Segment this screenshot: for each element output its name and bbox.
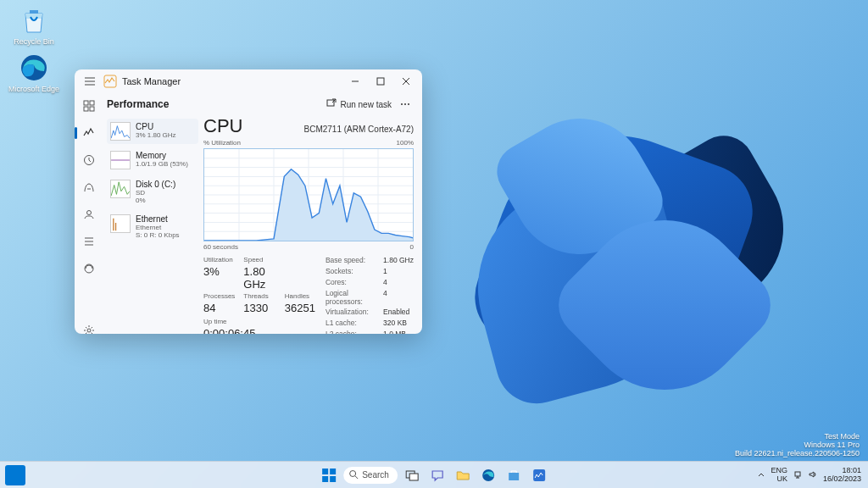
perf-item-disk[interactable]: Disk 0 (C:)SD0% bbox=[107, 176, 198, 208]
stat-value-speed: 1.80 GHz bbox=[243, 265, 275, 291]
desktop-icon-edge[interactable]: Microsoft Edge bbox=[5, 53, 63, 93]
close-button[interactable] bbox=[393, 69, 419, 93]
svg-point-14 bbox=[404, 103, 406, 105]
stat-label: Utilization bbox=[203, 256, 235, 263]
cpu-utilization-chart bbox=[203, 148, 414, 241]
task-manager-window: Task Manager Performance Run new task bbox=[75, 69, 422, 334]
detail-title: CPU bbox=[203, 115, 242, 137]
perf-item-cpu[interactable]: CPU3% 1.80 GHz bbox=[107, 119, 198, 144]
stat-label: Processes bbox=[203, 292, 235, 300]
info-key: Virtualization: bbox=[326, 308, 376, 318]
window-title: Task Manager bbox=[122, 76, 181, 86]
watermark-line: Test Mode bbox=[735, 432, 860, 441]
chart-y-max: 100% bbox=[397, 139, 414, 147]
start-button[interactable] bbox=[318, 464, 340, 486]
taskbar-search[interactable]: Search bbox=[343, 467, 398, 484]
edge-icon bbox=[19, 53, 49, 83]
watermark-line: Windows 11 Pro bbox=[735, 441, 860, 449]
memory-mini-chart bbox=[110, 151, 131, 169]
info-val: 1 bbox=[383, 267, 414, 277]
info-key: Cores: bbox=[326, 278, 376, 288]
info-val: Enabled bbox=[383, 308, 414, 318]
ethernet-mini-chart bbox=[110, 214, 131, 233]
taskbar-task-manager[interactable] bbox=[528, 464, 550, 486]
stat-label: Threads bbox=[243, 292, 275, 300]
svg-rect-3 bbox=[377, 78, 384, 85]
page-title: Performance bbox=[107, 98, 169, 110]
info-val: 4 bbox=[383, 278, 414, 288]
volume-icon[interactable] bbox=[808, 469, 818, 481]
watermark-line: Build 22621.ni_release.220506-1250 bbox=[735, 449, 860, 458]
taskbar-clock[interactable]: 18:01 16/02/2023 bbox=[823, 467, 861, 484]
cpu-stats-primary: Utilization Speed 3% 1.80 GHz Processes … bbox=[203, 256, 315, 334]
svg-point-13 bbox=[401, 103, 403, 105]
svg-rect-5 bbox=[90, 101, 94, 105]
nav-users[interactable] bbox=[80, 205, 98, 224]
maximize-button[interactable] bbox=[368, 69, 393, 93]
chart-x-left: 60 seconds bbox=[203, 243, 238, 251]
nav-processes[interactable] bbox=[80, 97, 98, 115]
svg-rect-31 bbox=[330, 469, 336, 474]
info-val: 4 bbox=[383, 289, 414, 308]
taskbar-language[interactable]: ENG UK bbox=[771, 467, 787, 484]
chart-x-right: 0 bbox=[410, 243, 414, 251]
nav-app-history[interactable] bbox=[80, 151, 98, 169]
info-val: 1.0 MB bbox=[383, 330, 414, 334]
perf-item-sub: 3% 1.80 GHz bbox=[136, 131, 176, 139]
perf-item-memory[interactable]: Memory1.0/1.9 GB (53%) bbox=[107, 147, 198, 173]
cpu-mini-chart bbox=[110, 122, 131, 141]
tray-chevron-icon[interactable] bbox=[757, 470, 765, 480]
search-label: Search bbox=[362, 470, 389, 480]
nav-rail bbox=[75, 93, 103, 334]
svg-rect-36 bbox=[409, 474, 418, 480]
svg-rect-12 bbox=[327, 100, 334, 106]
stat-value-processes: 84 bbox=[203, 302, 235, 314]
perf-item-ethernet[interactable]: EthernetEthernetS: 0 R: 0 Kbps bbox=[107, 211, 198, 242]
stat-label: Up time bbox=[203, 318, 315, 325]
desktop-icon-label: Microsoft Edge bbox=[8, 85, 59, 93]
taskbar-explorer[interactable] bbox=[452, 464, 474, 486]
chart-y-label: % Utilization bbox=[203, 139, 241, 147]
nav-startup[interactable] bbox=[80, 178, 98, 197]
stat-value-utilization: 3% bbox=[203, 265, 235, 291]
nav-performance[interactable] bbox=[80, 124, 98, 142]
performance-list: CPU3% 1.80 GHz Memory1.0/1.9 GB (53%) Di… bbox=[107, 115, 198, 334]
more-options-button[interactable] bbox=[397, 96, 414, 113]
nav-services[interactable] bbox=[80, 259, 98, 278]
taskbar-widgets-button[interactable] bbox=[5, 465, 25, 485]
hamburger-menu-button[interactable] bbox=[81, 73, 98, 90]
nav-details[interactable] bbox=[80, 232, 98, 251]
minimize-button[interactable] bbox=[342, 69, 368, 93]
stat-value-handles: 36251 bbox=[285, 302, 315, 314]
info-key: Sockets: bbox=[326, 267, 376, 277]
svg-point-15 bbox=[408, 103, 409, 105]
perf-item-sub: SD bbox=[136, 189, 175, 197]
network-icon[interactable] bbox=[793, 469, 803, 481]
perf-item-sub: 1.0/1.9 GB (53%) bbox=[136, 160, 188, 168]
taskbar-task-view[interactable] bbox=[401, 464, 423, 486]
taskbar-store[interactable] bbox=[503, 464, 525, 486]
svg-point-9 bbox=[87, 211, 92, 215]
perf-item-sub2: 0% bbox=[136, 197, 175, 204]
run-task-icon bbox=[326, 98, 337, 110]
disk-mini-chart bbox=[110, 180, 131, 198]
stat-label: Speed bbox=[243, 256, 275, 263]
perf-item-name: CPU bbox=[136, 122, 176, 131]
perf-item-name: Disk 0 (C:) bbox=[136, 180, 175, 189]
perf-item-name: Ethernet bbox=[136, 214, 180, 224]
taskbar-chat[interactable] bbox=[426, 464, 448, 486]
svg-rect-30 bbox=[322, 469, 328, 474]
perf-item-name: Memory bbox=[136, 151, 188, 160]
search-icon bbox=[348, 469, 359, 481]
cpu-stats-secondary: Base speed:1.80 GHz Sockets:1 Cores:4 Lo… bbox=[326, 256, 414, 334]
svg-rect-32 bbox=[322, 476, 328, 482]
stat-label: Handles bbox=[285, 292, 315, 300]
nav-settings[interactable] bbox=[80, 321, 98, 334]
desktop-icon-recycle-bin[interactable]: Recycle Bin bbox=[5, 5, 63, 46]
svg-point-11 bbox=[87, 329, 91, 332]
taskbar-edge[interactable] bbox=[477, 464, 499, 486]
titlebar[interactable]: Task Manager bbox=[75, 69, 422, 93]
desktop-watermark: Test Mode Windows 11 Pro Build 22621.ni_… bbox=[735, 432, 860, 458]
run-new-task-button[interactable]: Run new task bbox=[321, 96, 397, 113]
svg-point-34 bbox=[350, 470, 356, 476]
